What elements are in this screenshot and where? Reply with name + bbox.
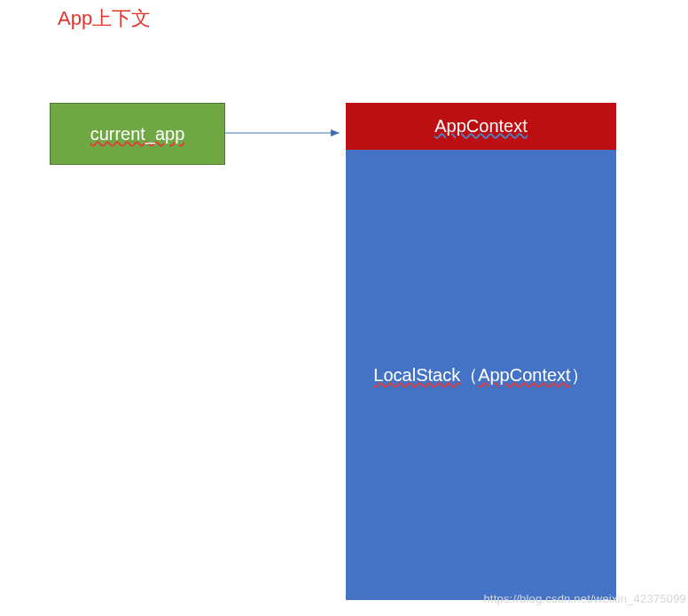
arrow-current-app-to-appcontext bbox=[225, 124, 348, 142]
localstack-label: LocalStack（AppContext） bbox=[373, 363, 588, 387]
paren-close: ） bbox=[571, 365, 589, 385]
current-app-label: current_app bbox=[90, 124, 185, 144]
watermark-text: https://blog.csdn.net/weixin_42375099 bbox=[483, 592, 686, 605]
appcontext-header-box: AppContext bbox=[346, 103, 616, 150]
paren-open: （ bbox=[460, 365, 478, 385]
appcontext-inner-text: AppContext bbox=[478, 365, 571, 385]
localstack-text: LocalStack bbox=[373, 365, 460, 385]
localstack-body-box: LocalStack（AppContext） bbox=[346, 150, 616, 600]
current-app-box: current_app bbox=[50, 103, 225, 165]
appcontext-header-label: AppContext bbox=[434, 116, 528, 136]
diagram-title: App上下文 bbox=[58, 5, 151, 32]
